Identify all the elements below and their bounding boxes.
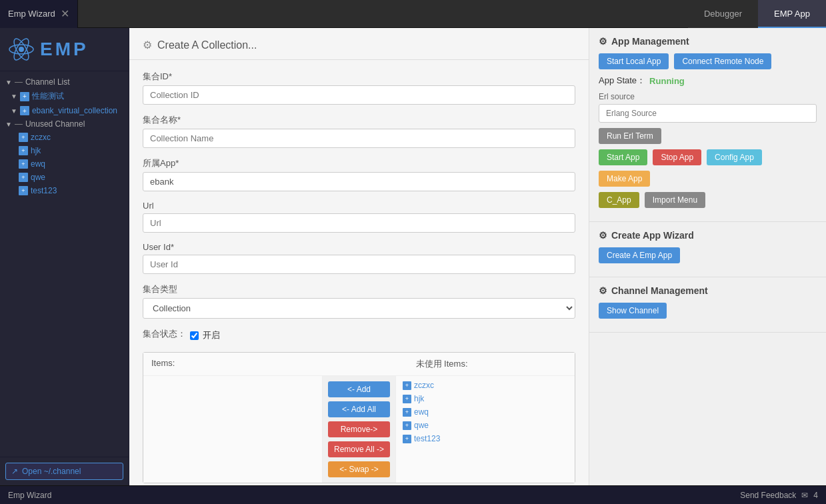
tab-emp-app[interactable]: EMP App <box>758 0 826 28</box>
right-item-zczxc[interactable]: + zczxc <box>399 379 572 392</box>
send-feedback-label[interactable]: Send Feedback <box>740 491 796 500</box>
right-item-qwe[interactable]: + qwe <box>399 419 572 432</box>
sidebar-item-unused-channel[interactable]: ▼ — Unused Channel <box>0 117 129 131</box>
sidebar-item-label: zczxc <box>31 133 51 142</box>
sidebar-bottom: ↗ Open ~/.channel <box>0 457 129 485</box>
items-right-header: 未使用 Items: <box>376 358 567 370</box>
gear-icon: ⚙ <box>599 285 607 296</box>
user-id-group: User Id* <box>143 242 575 274</box>
collection-type-group: 集合类型 Collection <box>143 283 575 319</box>
form-header: ⚙ Create A Collection... <box>129 28 589 60</box>
collection-name-input[interactable] <box>143 129 575 148</box>
erl-source-input[interactable] <box>599 104 817 123</box>
app-group: 所属App* <box>143 157 575 191</box>
channel-item-label: zczxc <box>414 381 434 390</box>
app-label: 所属App* <box>143 157 575 169</box>
add-button[interactable]: <- Add <box>328 381 390 397</box>
show-channel-button[interactable]: Show Channel <box>599 303 667 319</box>
main-layout: EMP ▼ — Channel List ▼ + 性能测试 ▼ + ebank_… <box>0 28 826 485</box>
run-erl-term-button[interactable]: Run Erl Term <box>599 128 661 144</box>
sidebar-item-qwe[interactable]: + qwe <box>0 171 129 184</box>
sidebar-item-label: test123 <box>31 186 57 195</box>
create-app-wizard-title: ⚙ Create App Wizard <box>599 230 817 241</box>
sidebar-item-ewq[interactable]: + ewq <box>0 157 129 171</box>
remove-button[interactable]: Remove-> <box>328 421 390 437</box>
start-local-app-button[interactable]: Start Local App <box>599 53 669 69</box>
sidebar-item-label: qwe <box>31 173 45 182</box>
channel-management-title: ⚙ Channel Management <box>599 285 817 296</box>
arrow-icon: ▼ <box>5 121 12 128</box>
url-group: Url <box>143 201 575 233</box>
import-menu-button[interactable]: Import Menu <box>645 192 705 208</box>
status-checkbox[interactable] <box>190 331 199 340</box>
form-title: Create A Collection... <box>157 39 257 51</box>
sidebar-item-test123[interactable]: + test123 <box>0 184 129 197</box>
right-item-ewq[interactable]: + ewq <box>399 405 572 419</box>
status-bar: Emp Wizard Send Feedback ✉ 4 <box>0 485 826 504</box>
sq-icon: + <box>19 133 28 142</box>
app-state-label: App State： <box>599 75 645 87</box>
sidebar-item-hjk[interactable]: + hjk <box>0 144 129 157</box>
ch-sq-icon: + <box>403 395 411 403</box>
app-state-value: Running <box>649 76 685 86</box>
c-app-button[interactable]: C_App <box>599 192 639 208</box>
remove-all-button[interactable]: Remove All -> <box>328 441 390 457</box>
sidebar-item-zczxc[interactable]: + zczxc <box>0 131 129 144</box>
tab-debugger[interactable]: Debugger <box>688 0 758 28</box>
open-channel-button[interactable]: ↗ Open ~/.channel <box>5 463 123 480</box>
swap-button[interactable]: <- Swap -> <box>328 461 390 477</box>
tab-area: Debugger EMP App <box>688 0 826 28</box>
user-id-label: User Id* <box>143 242 575 252</box>
collection-name-label: 集合名称* <box>143 114 575 126</box>
right-item-test123[interactable]: + test123 <box>399 432 572 445</box>
connect-remote-node-button[interactable]: Connect Remote Node <box>674 53 771 69</box>
add-all-button[interactable]: <- Add All <box>328 401 390 417</box>
app-control-row2: C_App Import Menu <box>599 192 817 208</box>
sidebar-item-perf-test[interactable]: ▼ + 性能测试 <box>0 89 129 104</box>
stop-app-button[interactable]: Stop App <box>653 149 701 165</box>
start-app-button[interactable]: Start App <box>599 149 647 165</box>
sidebar-item-ebank-virtual[interactable]: ▼ + ebank_virtual_collection <box>0 104 129 117</box>
run-erl-row: Run Erl Term <box>599 128 817 144</box>
url-label: Url <box>143 201 575 211</box>
create-emp-app-button[interactable]: Create A Emp App <box>599 247 680 263</box>
channel-list-folder-icon: — <box>15 77 23 87</box>
make-app-button[interactable]: Make App <box>599 171 650 187</box>
sq-icon: + <box>19 173 28 182</box>
tab-close-icon[interactable]: ✕ <box>61 7 69 20</box>
erl-source-label: Erl source <box>599 92 817 101</box>
channel-item-label: ewq <box>414 407 429 417</box>
tab-emp-wizard[interactable]: Emp Wizard ✕ <box>0 0 78 28</box>
gear-icon: ⚙ <box>599 36 607 47</box>
right-item-hjk[interactable]: + hjk <box>399 392 572 405</box>
feedback-icon: ✉ <box>801 491 808 500</box>
collection-id-label: 集合ID* <box>143 71 575 83</box>
sidebar: EMP ▼ — Channel List ▼ + 性能测试 ▼ + ebank_… <box>0 28 129 485</box>
collection-id-input[interactable] <box>143 85 575 105</box>
app-input[interactable] <box>143 172 575 191</box>
url-input[interactable] <box>143 213 575 233</box>
items-left-list <box>143 376 323 483</box>
create-emp-app-row: Create A Emp App <box>599 247 817 263</box>
svg-point-0 <box>19 47 24 52</box>
sidebar-tree: ▼ — Channel List ▼ + 性能测试 ▼ + ebank_virt… <box>0 71 129 457</box>
app-management-section: ⚙ App Management Start Local App Connect… <box>589 28 826 222</box>
ch-sq-icon: + <box>403 421 411 430</box>
logo-text: EMP <box>40 39 89 60</box>
sidebar-item-label: hjk <box>31 146 41 155</box>
config-app-button[interactable]: Config App <box>707 149 762 165</box>
sidebar-item-channel-list[interactable]: ▼ — Channel List <box>0 75 129 89</box>
channel-management-section: ⚙ Channel Management Show Channel <box>589 277 826 333</box>
sq-icon: + <box>19 159 28 169</box>
sidebar-item-label: ebank_virtual_collection <box>32 106 117 115</box>
items-panel: Items: 未使用 Items: <- Add <- Add All Remo… <box>143 352 575 483</box>
sq-icon: + <box>19 146 28 155</box>
status-label: 集合状态： <box>143 328 186 340</box>
user-id-input[interactable] <box>143 255 575 274</box>
items-right-list: + zczxc + hjk + ewq + qw <box>396 376 575 483</box>
collection-id-group: 集合ID* <box>143 71 575 105</box>
title-bar: Emp Wizard ✕ Debugger EMP App <box>0 0 826 28</box>
collection-type-select[interactable]: Collection <box>143 298 575 319</box>
folder-icon: — <box>15 119 23 129</box>
emp-logo-icon <box>8 36 35 63</box>
